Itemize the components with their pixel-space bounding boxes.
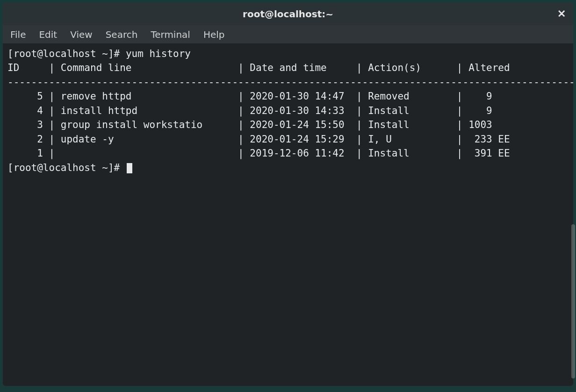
menubar: File Edit View Search Terminal Help (3, 25, 573, 44)
table-row: 2 | update -y | 2020-01-24 15:29 | I, U … (7, 134, 510, 145)
menu-file[interactable]: File (10, 29, 26, 40)
prompt-line-2: [root@localhost ~]# (7, 162, 132, 173)
menu-view[interactable]: View (70, 29, 92, 40)
table-row: 4 | install httpd | 2020-01-30 14:33 | I… (7, 105, 492, 116)
window-title: root@localhost:~ (243, 8, 333, 20)
menu-help[interactable]: Help (203, 29, 225, 40)
titlebar[interactable]: root@localhost:~ ✕ (3, 3, 573, 25)
terminal-output[interactable]: [root@localhost ~]# yum history ID | Com… (3, 44, 573, 386)
close-icon[interactable]: ✕ (557, 9, 566, 19)
cursor-icon (127, 163, 132, 173)
menu-terminal[interactable]: Terminal (151, 29, 190, 40)
prompt-line-1: [root@localhost ~]# yum history (7, 48, 191, 59)
prompt: [root@localhost ~]# (7, 162, 126, 173)
table-row: 5 | remove httpd | 2020-01-30 14:47 | Re… (7, 91, 492, 102)
menu-search[interactable]: Search (106, 29, 138, 40)
table-header: ID | Command line | Date and time | Acti… (7, 62, 510, 73)
scrollbar[interactable] (571, 224, 575, 378)
table-row: 3 | group install workstatio | 2020-01-2… (7, 119, 492, 130)
prompt: [root@localhost ~]# (7, 48, 126, 59)
table-separator: ----------------------------------------… (7, 77, 573, 88)
command: yum history (126, 48, 191, 59)
menu-edit[interactable]: Edit (39, 29, 57, 40)
terminal-window: root@localhost:~ ✕ File Edit View Search… (3, 3, 573, 386)
table-row: 1 | | 2019-12-06 11:42 | Install | 391 E… (7, 148, 510, 159)
